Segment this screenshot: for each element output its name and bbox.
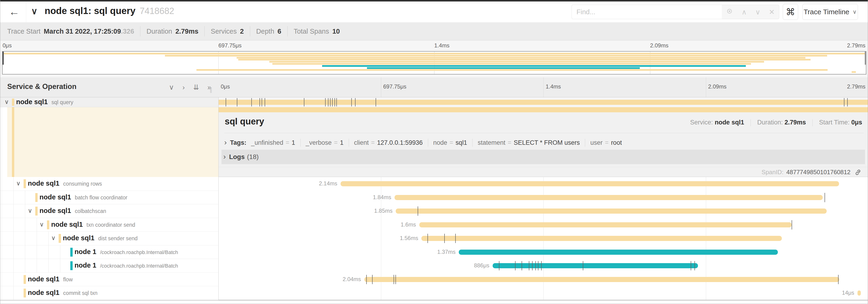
operation-name: commit sql txn (63, 290, 97, 296)
log-marker-tick (226, 98, 226, 106)
tree-row[interactable]: ∨node sql1dist sender send (0, 232, 218, 245)
log-marker-tick (328, 98, 329, 106)
tree-row[interactable]: ∨node sql1colbatchscan (0, 204, 218, 218)
locate-icon[interactable] (726, 8, 733, 16)
minimap-span-strip (322, 65, 746, 67)
expand-chevron-icon[interactable]: ∨ (51, 234, 56, 242)
tree-guide-line (2, 245, 2, 259)
back-button[interactable]: ← (7, 4, 22, 19)
span-name-labels: node sql1consuming rows (28, 179, 102, 187)
summary-value: 10 (332, 28, 340, 35)
find-clear-icon[interactable]: ✕ (769, 8, 775, 16)
log-marker-tick (847, 98, 848, 106)
expand-collapse-controls: ∨ › ⇊ » (169, 77, 211, 97)
log-marker-tick (376, 98, 376, 106)
operation-name: flow (63, 276, 73, 282)
log-marker-tick (394, 275, 394, 284)
duration-label: 2.14ms (319, 180, 337, 187)
equals-sign: = (334, 139, 338, 146)
tag-value: 1 (292, 139, 295, 146)
tree-guide-line (48, 259, 49, 272)
column-resizer-handle[interactable]: ∥ (210, 87, 212, 93)
summary-item: Duration2.79ms (147, 28, 198, 35)
span-name-labels: node sql1commit sql txn (28, 289, 97, 297)
duration-label: 1.84ms (373, 194, 391, 201)
span-bar[interactable] (419, 222, 792, 228)
tree-row[interactable]: ∨node sql1sql query (0, 97, 218, 107)
tag-item: statement=SELECT * FROM users (478, 139, 580, 146)
tag-value: root (611, 139, 622, 146)
span-bar[interactable] (218, 100, 868, 105)
tree-row[interactable]: node 1/cockroach.roachpb.Internal/Batch (0, 259, 218, 273)
detail-row-left-fill (7, 107, 218, 177)
trace-id: 7418682 (140, 6, 174, 16)
log-marker-tick (325, 98, 326, 106)
column-divider[interactable] (218, 77, 219, 300)
tree-guide-line (2, 259, 2, 272)
keyboard-shortcuts-button[interactable]: ⌘ (783, 4, 798, 20)
tree-guide-line (2, 97, 2, 107)
tags-accordion[interactable]: › Tags: _unfinished=1_verbose=1client=12… (222, 137, 864, 149)
span-bar[interactable] (341, 181, 839, 186)
span-bar[interactable] (364, 277, 839, 282)
tree-row[interactable]: ∨node sql1consuming rows (0, 177, 218, 191)
summary-label: Services (211, 28, 237, 35)
expand-chevron-icon[interactable]: ∨ (39, 221, 44, 228)
log-marker-tick (532, 261, 533, 270)
collapse-one-icon[interactable]: › (182, 83, 185, 91)
span-bar[interactable] (422, 236, 782, 241)
summary-item: Depth6 (256, 28, 281, 35)
log-marker-tick (499, 261, 499, 270)
tree-row[interactable]: node sql1flow (0, 273, 218, 286)
span-color-accent (35, 193, 38, 202)
log-marker-tick (529, 261, 529, 270)
tree-guide-line (25, 191, 25, 204)
find-input[interactable] (571, 5, 722, 19)
span-bar[interactable] (493, 263, 698, 268)
expand-chevron-icon[interactable]: ∨ (28, 207, 32, 214)
timeline-minimap: 0μs697.75μs1.4ms2.09ms2.79ms (0, 40, 868, 77)
expand-all-icon[interactable]: ⇊ (193, 83, 199, 91)
view-selector-label: Trace Timeline (804, 8, 849, 16)
tag-key: client (354, 139, 369, 146)
tree-row[interactable]: node sql1batch flow coordinator (0, 191, 218, 205)
span-name-labels: node sql1batch flow coordinator (39, 193, 127, 201)
start-time-value: 0μs (851, 119, 862, 126)
minimap-left-scrubber[interactable] (3, 52, 4, 65)
tree-row[interactable]: node sql1commit sql txn (0, 286, 218, 300)
timeline-ruler-label: 697.75μs (383, 83, 406, 90)
minimap-ruler-label: 2.09ms (650, 42, 669, 49)
tree-row[interactable]: ∨node sql1txn coordinator send (0, 218, 218, 232)
expand-chevron-icon[interactable]: ∨ (4, 98, 9, 105)
timeline-ruler-tick (543, 77, 544, 97)
span-bar[interactable] (396, 208, 827, 214)
summary-label: Trace Start (7, 28, 40, 35)
logs-accordion[interactable]: › Logs (18) (221, 150, 865, 164)
chevron-right-icon: › (223, 152, 226, 161)
collapse-all-icon[interactable]: ∨ (31, 6, 38, 16)
collapse-all-icon[interactable]: ∨ (169, 83, 174, 91)
timeline-row: 1.56ms (218, 232, 868, 245)
minimap-canvas[interactable] (2, 51, 866, 74)
summary-items: Trace StartMarch 31 2022, 17:25:09.326Du… (7, 26, 340, 36)
summary-value: March 31 2022, 17:25:09 (44, 28, 121, 35)
span-bar[interactable] (858, 291, 861, 296)
tag-item: client=127.0.0.1:59936 (354, 139, 423, 146)
log-marker-tick (535, 261, 536, 270)
span-bar[interactable] (459, 249, 778, 255)
view-selector-button[interactable]: Trace Timeline ∨ (802, 4, 858, 20)
deep-link-icon[interactable] (854, 169, 862, 176)
span-detail-panel: sql query Service: node sql1 Duration: 2… (219, 107, 868, 177)
expand-chevron-icon[interactable]: ∨ (16, 180, 21, 187)
minimap-right-scrubber[interactable] (865, 52, 866, 65)
span-color-accent (24, 275, 26, 284)
span-name-labels: node 1/cockroach.roachpb.Internal/Batch (74, 248, 178, 256)
find-next-icon[interactable]: ∨ (755, 8, 760, 16)
span-color-accent (24, 289, 26, 298)
minimap-span-strip (237, 57, 806, 59)
find-prev-icon[interactable]: ∧ (742, 8, 747, 16)
tree-row[interactable]: node 1/cockroach.roachpb.Internal/Batch (0, 245, 218, 259)
span-bar[interactable] (395, 195, 823, 200)
duration-label: 1.6ms (401, 221, 416, 228)
service-name: node sql1 (16, 98, 48, 105)
